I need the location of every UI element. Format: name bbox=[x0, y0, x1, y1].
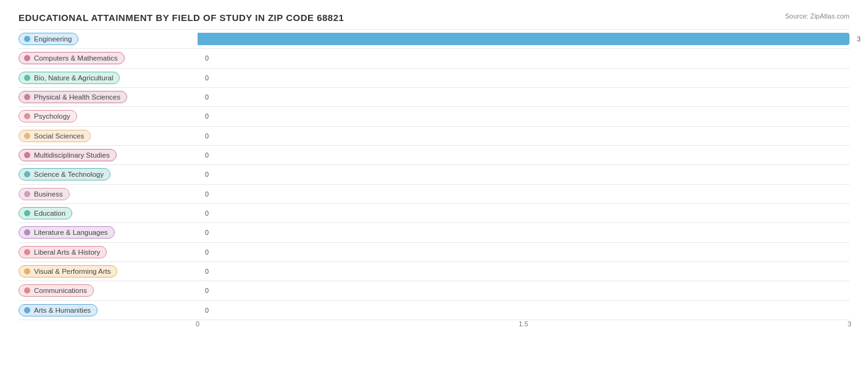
bar-label-area-liberal: Liberal Arts & History bbox=[19, 243, 198, 261]
bar-label-text-lit: Literature & Languages bbox=[34, 229, 108, 236]
bar-label-text-engineering: Engineering bbox=[34, 35, 72, 43]
bar-value-psych: 0 bbox=[205, 112, 209, 120]
bar-row-arts: Arts & Humanities0 bbox=[19, 300, 849, 320]
bar-label-area-education: Education bbox=[19, 204, 198, 223]
bar-graph-area-arts: 0 bbox=[198, 301, 849, 320]
bar-label-text-physical: Physical & Health Sciences bbox=[34, 93, 120, 101]
bar-pill-bio: Bio, Nature & Agricultural bbox=[19, 72, 120, 84]
bar-value-lit: 0 bbox=[205, 229, 209, 236]
bar-pill-sci-tech: Science & Technology bbox=[19, 168, 111, 180]
bar-graph-area-lit: 0 bbox=[198, 223, 849, 242]
bar-dot-education bbox=[24, 210, 30, 216]
bar-graph-area-visual: 0 bbox=[198, 262, 849, 281]
bar-graph-area-psych: 0 bbox=[198, 107, 849, 125]
bar-graph-area-engineering: 3 bbox=[198, 30, 849, 48]
bar-graph-area-sci-tech: 0 bbox=[198, 165, 849, 184]
bar-dot-business bbox=[24, 191, 30, 197]
bar-value-business: 0 bbox=[205, 190, 209, 198]
bar-pill-education: Education bbox=[19, 207, 72, 219]
bar-label-area-bio: Bio, Nature & Agricultural bbox=[19, 69, 198, 87]
bar-label-text-education: Education bbox=[34, 210, 65, 217]
bar-dot-multi bbox=[24, 152, 30, 158]
bar-label-text-sci-tech: Science & Technology bbox=[34, 171, 104, 178]
bar-row-bio: Bio, Nature & Agricultural0 bbox=[19, 68, 849, 87]
bar-label-area-multi: Multidisciplinary Studies bbox=[19, 146, 198, 164]
bar-row-sci-tech: Science & Technology0 bbox=[19, 164, 849, 184]
bar-row-physical: Physical & Health Sciences0 bbox=[19, 87, 849, 106]
bar-label-text-arts: Arts & Humanities bbox=[34, 307, 91, 314]
bar-label-area-comp-math: Computers & Mathematics bbox=[19, 49, 198, 67]
bar-row-multi: Multidisciplinary Studies0 bbox=[19, 145, 849, 164]
bar-pill-visual: Visual & Performing Arts bbox=[19, 265, 117, 278]
bar-value-multi: 0 bbox=[205, 151, 209, 159]
bar-row-comp-math: Computers & Mathematics0 bbox=[19, 48, 849, 67]
bar-row-psych: Psychology0 bbox=[19, 106, 849, 125]
x-label-1: 1.5 bbox=[519, 320, 528, 328]
bar-label-area-physical: Physical & Health Sciences bbox=[19, 88, 198, 106]
x-axis: 01.53 bbox=[198, 320, 849, 339]
bar-label-text-comp-math: Computers & Mathematics bbox=[34, 54, 118, 62]
bar-dot-arts bbox=[24, 307, 30, 313]
bar-row-liberal: Liberal Arts & History0 bbox=[19, 242, 849, 261]
bar-dot-comms bbox=[24, 287, 30, 294]
bar-value-education: 0 bbox=[205, 210, 209, 217]
bar-label-text-comms: Communications bbox=[34, 287, 87, 294]
bar-pill-liberal: Liberal Arts & History bbox=[19, 246, 107, 258]
bar-graph-area-physical: 0 bbox=[198, 88, 849, 106]
bar-row-comms: Communications0 bbox=[19, 281, 849, 300]
chart-source: Source: ZipAtlas.com bbox=[785, 12, 849, 20]
bar-dot-physical bbox=[24, 94, 30, 100]
bar-fill-engineering: 3 bbox=[198, 33, 849, 45]
bar-graph-area-social: 0 bbox=[198, 127, 849, 145]
bar-graph-area-multi: 0 bbox=[198, 146, 849, 164]
chart-title: EDUCATIONAL ATTAINMENT BY FIELD OF STUDY… bbox=[19, 12, 849, 23]
chart-area: Engineering3Computers & Mathematics0Bio,… bbox=[19, 29, 849, 339]
bar-pill-business: Business bbox=[19, 188, 70, 200]
bar-pill-psych: Psychology bbox=[19, 110, 77, 122]
bar-pill-social: Social Sciences bbox=[19, 130, 91, 142]
bar-label-area-social: Social Sciences bbox=[19, 127, 198, 145]
bar-pill-physical: Physical & Health Sciences bbox=[19, 91, 127, 103]
bar-label-area-arts: Arts & Humanities bbox=[19, 301, 198, 320]
bar-pill-engineering: Engineering bbox=[19, 33, 78, 45]
bar-row-visual: Visual & Performing Arts0 bbox=[19, 261, 849, 281]
bars-section: Engineering3Computers & Mathematics0Bio,… bbox=[19, 29, 849, 320]
bar-label-area-psych: Psychology bbox=[19, 107, 198, 125]
bar-graph-area-bio: 0 bbox=[198, 69, 849, 87]
bar-value-sci-tech: 0 bbox=[205, 171, 209, 178]
bar-label-text-multi: Multidisciplinary Studies bbox=[34, 151, 110, 159]
bar-value-visual: 0 bbox=[205, 268, 209, 275]
bar-value-arts: 0 bbox=[205, 307, 209, 314]
bar-pill-multi: Multidisciplinary Studies bbox=[19, 149, 117, 161]
bar-label-text-bio: Bio, Nature & Agricultural bbox=[34, 74, 113, 82]
bar-label-area-comms: Communications bbox=[19, 281, 198, 300]
bar-pill-arts: Arts & Humanities bbox=[19, 304, 98, 316]
bar-dot-psych bbox=[24, 113, 30, 119]
bar-label-text-visual: Visual & Performing Arts bbox=[34, 268, 111, 275]
bar-value-comms: 0 bbox=[205, 287, 209, 294]
bar-dot-visual bbox=[24, 268, 30, 274]
bar-pill-lit: Literature & Languages bbox=[19, 226, 115, 239]
bar-dot-bio bbox=[24, 75, 30, 81]
x-label-0: 0 bbox=[196, 320, 199, 328]
bar-graph-area-liberal: 0 bbox=[198, 243, 849, 261]
bar-value-liberal: 0 bbox=[205, 248, 209, 256]
bar-label-text-business: Business bbox=[34, 190, 63, 198]
bar-label-text-psych: Psychology bbox=[34, 112, 70, 120]
bar-pill-comp-math: Computers & Mathematics bbox=[19, 52, 125, 64]
bar-label-area-business: Business bbox=[19, 185, 198, 203]
bar-value-comp-math: 0 bbox=[205, 54, 209, 62]
bar-dot-social bbox=[24, 133, 30, 139]
bar-graph-area-business: 0 bbox=[198, 185, 849, 203]
bar-dot-comp-math bbox=[24, 55, 30, 61]
bar-value-social: 0 bbox=[205, 132, 209, 140]
bar-graph-area-education: 0 bbox=[198, 204, 849, 223]
bar-row-social: Social Sciences0 bbox=[19, 126, 849, 145]
bar-value-bio: 0 bbox=[205, 74, 209, 82]
bar-dot-liberal bbox=[24, 249, 30, 255]
bar-row-engineering: Engineering3 bbox=[19, 29, 849, 48]
bar-pill-comms: Communications bbox=[19, 284, 94, 297]
bar-label-area-visual: Visual & Performing Arts bbox=[19, 262, 198, 281]
bar-row-education: Education0 bbox=[19, 203, 849, 223]
bar-label-text-social: Social Sciences bbox=[34, 132, 84, 140]
